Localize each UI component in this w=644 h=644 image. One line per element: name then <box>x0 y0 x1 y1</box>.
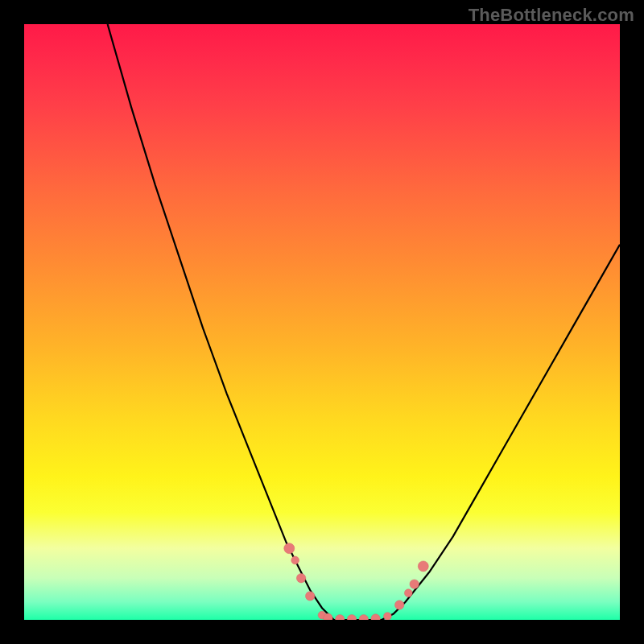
curve-marker <box>291 556 299 564</box>
curve-marker <box>306 592 315 601</box>
curve-marker <box>296 574 305 583</box>
chart-svg <box>24 24 620 620</box>
curve-marker <box>371 614 380 620</box>
plot-area <box>24 24 620 620</box>
curve-marker <box>404 589 412 597</box>
curve-marker <box>336 615 345 620</box>
curve-marker <box>410 580 419 588</box>
curve-marker <box>359 615 368 620</box>
curve-marker <box>284 543 295 554</box>
curve-marker <box>418 561 428 572</box>
curve-marker <box>395 601 404 609</box>
bottleneck-curve <box>108 24 620 620</box>
watermark-text: TheBottleneck.com <box>469 5 634 26</box>
chart-frame: TheBottleneck.com <box>0 0 644 644</box>
curve-marker <box>384 613 392 620</box>
curve-marker <box>347 615 356 620</box>
